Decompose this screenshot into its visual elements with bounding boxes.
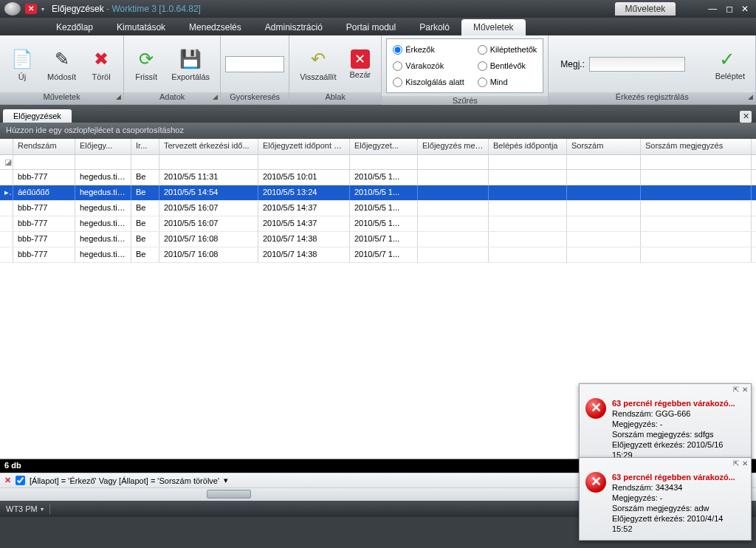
tab-kimutatasok[interactable]: Kimutatások <box>105 19 177 35</box>
col-rendszam[interactable]: Rendszám <box>13 139 75 154</box>
megj-input[interactable] <box>589 57 685 72</box>
ribbon-group-adatok: ⟳Frissít 💾Exportálás Adatok◢ <box>124 35 221 104</box>
window-title: Előjegyzések - Worktime 3 [1.0.64.82] <box>52 4 201 14</box>
group-expand-icon[interactable]: ◢ <box>748 93 753 100</box>
ribbon: 📄Új ✎Módosít ✖Töröl Műveletek◢ ⟳Frissít … <box>0 35 756 105</box>
status-dropdown-icon[interactable]: ▾ <box>41 506 44 513</box>
ribbon-group-erkezes: Megj.: ✓Beléptet Érkezés regisztrálás◢ <box>549 35 756 104</box>
document-tab-bar: Előjegyzések ✕ <box>0 105 756 123</box>
radio-bentlevok[interactable]: Bentlévők <box>478 58 537 73</box>
radio-kileptethetok[interactable]: Kiléptethetők <box>478 42 537 57</box>
tab-parkolo[interactable]: Parkoló <box>408 19 461 35</box>
quick-close-icon[interactable]: ✕ <box>25 4 37 14</box>
table-row[interactable]: ▸áéűúőűőhegedus.tiborBe2010/5/5 14:54201… <box>0 185 756 201</box>
save-icon: 💾 <box>179 47 202 71</box>
col-belepes[interactable]: Belépés időpontja <box>489 139 567 154</box>
refresh-icon: ⟳ <box>134 47 158 71</box>
tab-kezdolap[interactable]: Kezdőlap <box>44 19 105 35</box>
error-icon: ✕ <box>585 398 606 419</box>
table-row[interactable]: bbb-777hegedus.tiborBe2010/5/7 16:082010… <box>0 232 756 247</box>
radio-mind[interactable]: Mind <box>478 75 537 89</box>
status-left: WT3 PM <box>6 504 38 513</box>
group-by-area[interactable]: Húzzon ide egy oszlopfejlécet a csoporto… <box>0 123 756 139</box>
document-close-button[interactable]: ✕ <box>740 111 752 123</box>
tab-adminisztracio[interactable]: Adminisztráció <box>253 19 334 35</box>
toast-close-icon[interactable]: ✕ <box>742 386 748 394</box>
col-indicator[interactable] <box>0 139 13 154</box>
restore-button[interactable]: ↶Visszaállít <box>294 46 342 83</box>
scrollbar-thumb[interactable] <box>207 490 251 499</box>
filter-enabled-checkbox[interactable] <box>16 476 25 485</box>
ribbon-group-gyorskereses: Gyorskeresés <box>221 35 289 104</box>
delete-x-icon: ✖ <box>89 47 113 71</box>
table-row[interactable]: bbb-777hegedus.tiborBe2010/5/5 16:072010… <box>0 216 756 232</box>
col-tervezett[interactable]: Tervezett érkezési idő... <box>159 139 258 154</box>
document-icon: 📄 <box>10 47 34 71</box>
radio-kiszolgalas[interactable]: Kiszolgálás alatt <box>393 75 464 89</box>
check-icon: ✓ <box>719 48 741 70</box>
tab-muveletek[interactable]: Műveletek <box>461 19 526 35</box>
filter-expression: [Állapot] = 'Érkező' Vagy [Állapot] = 'S… <box>30 476 219 485</box>
quicksearch-input[interactable] <box>225 56 284 72</box>
title-bar: ✕ ▾ Előjegyzések - Worktime 3 [1.0.64.82… <box>0 0 756 18</box>
col-megj[interactable]: Előjegyzés megj... <box>418 139 489 154</box>
ribbon-group-ablak: ↶Visszaállít ✕Bezár Ablak <box>289 35 382 104</box>
grid-filter-row: ◪ <box>0 155 756 170</box>
col-sorszam-megj[interactable]: Sorszám megjegyzés <box>641 139 752 154</box>
quick-dropdown-icon[interactable]: ▾ <box>41 6 44 13</box>
ribbon-tabs: Kezdőlap Kimutatások Menedzselés Adminis… <box>0 18 756 35</box>
delete-button[interactable]: ✖Töröl <box>83 46 119 83</box>
tab-menedzseles[interactable]: Menedzselés <box>177 19 253 35</box>
close-x-icon: ✕ <box>351 49 370 69</box>
beleptet-button[interactable]: ✓Beléptet <box>709 47 751 82</box>
filter-radio-group: Érkezők Kiléptethetők Várakozók Bentlévő… <box>386 38 543 93</box>
radio-varakozok[interactable]: Várakozók <box>393 58 464 73</box>
megj-label: Megj.: <box>560 59 585 69</box>
tab-portai-modul[interactable]: Portai modul <box>334 19 408 35</box>
close-window-button[interactable]: ✕Bezár <box>343 48 377 81</box>
table-row[interactable]: bbb-777hegedus.tiborBe2010/5/5 16:072010… <box>0 201 756 216</box>
window-buttons: — ◻ ✕ <box>705 4 752 14</box>
ribbon-group-muveletek: 📄Új ✎Módosít ✖Töröl Műveletek◢ <box>0 35 124 104</box>
notification-toast: ⇱✕ ✕ 63 percnél régebben várakozó... Ren… <box>579 383 752 467</box>
ribbon-group-szures: Érkezők Kiléptethetők Várakozók Bentlévő… <box>382 35 549 104</box>
close-button[interactable]: ✕ <box>741 4 749 14</box>
filter-glyph[interactable]: ◪ <box>0 155 13 169</box>
toast-title: 63 percnél régebben várakozó... <box>612 472 745 482</box>
document-tab[interactable]: Előjegyzések <box>3 109 72 123</box>
new-button[interactable]: 📄Új <box>4 46 40 83</box>
refresh-button[interactable]: ⟳Frissít <box>128 46 164 83</box>
table-row[interactable]: bbb-777hegedus.tiborBe2010/5/7 16:082010… <box>0 247 756 263</box>
edit-button[interactable]: ✎Módosít <box>41 46 82 83</box>
error-icon: ✕ <box>585 472 606 493</box>
grid-header: Rendszám Előjegy... Ir... Tervezett érke… <box>0 139 756 155</box>
toast-pin-icon[interactable]: ⇱ <box>733 459 739 467</box>
col-elojegyz2[interactable]: Előjegyzet... <box>350 139 418 154</box>
notification-toast: ⇱✕ ✕ 63 percnél régebben várakozó... Ren… <box>579 457 752 541</box>
minimize-button[interactable]: — <box>708 4 717 14</box>
app-icon <box>4 2 21 16</box>
export-button[interactable]: 💾Exportálás <box>165 46 216 83</box>
undo-icon: ↶ <box>306 47 330 71</box>
filter-dropdown-icon[interactable]: ▾ <box>224 476 228 485</box>
toast-title: 63 percnél régebben várakozó... <box>612 398 745 408</box>
col-irany[interactable]: Ir... <box>131 139 159 154</box>
maximize-button[interactable]: ◻ <box>726 4 733 14</box>
col-elojegy[interactable]: Előjegy... <box>75 139 131 154</box>
toast-pin-icon[interactable]: ⇱ <box>733 386 739 394</box>
col-elojegyzett[interactable]: Előjegyzett időpont a... <box>258 139 350 154</box>
col-sorszam[interactable]: Sorszám <box>567 139 641 154</box>
group-expand-icon[interactable]: ◢ <box>116 93 121 100</box>
group-expand-icon[interactable]: ◢ <box>213 93 218 100</box>
toast-close-icon[interactable]: ✕ <box>742 459 748 467</box>
table-row[interactable]: bbb-777hegedus.tiborBe2010/5/5 11:312010… <box>0 170 756 185</box>
radio-erkezok[interactable]: Érkezők <box>393 42 464 57</box>
context-tab[interactable]: Műveletek <box>615 2 676 16</box>
clear-filter-button[interactable]: ✕ <box>4 476 11 485</box>
pencil-icon: ✎ <box>50 47 74 71</box>
